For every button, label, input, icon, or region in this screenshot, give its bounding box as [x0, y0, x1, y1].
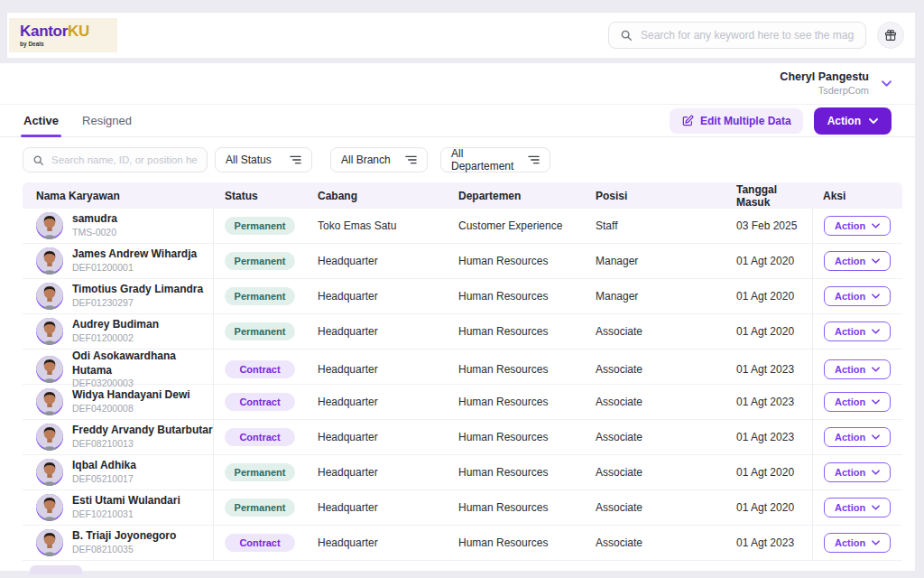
row-action-cell: Action [812, 526, 902, 560]
employee-name: Widya Handayani Dewi [72, 388, 190, 403]
employee-name: Timotius Grady Limandra [72, 283, 203, 297]
row-action-button[interactable]: Action [824, 533, 891, 553]
row-action-button[interactable]: Action [824, 251, 891, 271]
status-badge: Permanent [225, 287, 295, 305]
chevron-down-icon[interactable] [882, 80, 892, 87]
filter-all-branch[interactable]: All Branch [330, 147, 428, 172]
row-action-cell: Action [812, 209, 902, 243]
filter-all-status[interactable]: All Status [215, 147, 312, 172]
filter-all-departement-label: All Departement [451, 147, 528, 172]
position-cell: Associate [585, 431, 725, 443]
status-badge: Permanent [225, 499, 295, 517]
employee-name-id: Esti Utami Wulandari DEF10210031 [72, 494, 180, 520]
department-cell: Human Resources [448, 501, 585, 514]
branch-cell: Headquarter [307, 466, 448, 479]
avatar [36, 283, 63, 310]
employee-search-input[interactable] [51, 154, 198, 165]
table-header: Nama Karyawan Status Cabang Departemen P… [23, 182, 902, 209]
employee-id: DEF01200001 [72, 262, 197, 275]
chevron-down-icon [869, 118, 878, 124]
join-date-cell: 03 Feb 2025 [725, 219, 812, 232]
status-badge: Contract [225, 534, 295, 552]
employee-name: Odi Asokawardhana Hutama [72, 350, 213, 378]
branch-cell: Headquarter [307, 325, 448, 338]
column-header-nama-karyawan: Nama Karyawan [23, 190, 214, 202]
table-row: Widya Handayani Dewi DEF04200008 Contrac… [23, 385, 902, 420]
tab-resigned[interactable]: Resigned [82, 105, 132, 136]
row-action-button[interactable]: Action [824, 286, 891, 306]
profile-name: Cheryl Pangestu [780, 70, 869, 84]
row-action-button[interactable]: Action [824, 322, 891, 341]
brand-name-primary: Kantor [20, 23, 68, 40]
edit-multiple-data-button[interactable]: Edit Multiple Data [670, 108, 803, 134]
column-header-aksi: Aksi [812, 190, 902, 202]
employee-name-cell: Iqbal Adhika DEF05210017 [23, 455, 214, 489]
department-cell: Customer Experience [448, 219, 585, 232]
column-header-status: Status [214, 190, 307, 202]
gift-icon [883, 28, 898, 42]
employee-id: DEF10210031 [72, 508, 180, 521]
rewards-button[interactable] [877, 22, 904, 49]
column-header-cabang: Cabang [307, 190, 448, 202]
tab-resigned-label: Resigned [82, 114, 132, 127]
branch-cell: Headquarter [307, 536, 448, 549]
app-window: KantorKU by Deals Cheryl Pangestu Tsderp… [0, 0, 924, 578]
employee-name-id: samudra TMS-0020 [72, 212, 117, 238]
profile-menu[interactable]: Cheryl Pangestu TsderpCom [780, 70, 869, 98]
filter-lines-icon [290, 155, 301, 164]
row-action-label: Action [835, 220, 865, 231]
column-header-tanggal-masuk: Tanggal Masuk [725, 183, 812, 209]
chevron-down-icon [872, 505, 880, 510]
position-cell: Associate [585, 466, 725, 479]
row-action-cell: Action [812, 314, 902, 349]
row-action-button[interactable]: Action [824, 216, 891, 236]
tab-active[interactable]: Active [23, 105, 59, 136]
global-search-input[interactable] [641, 29, 855, 42]
join-date-cell: 01 Agt 2023 [725, 363, 812, 376]
row-action-label: Action [835, 432, 865, 443]
status-cell: Permanent [214, 322, 307, 340]
filters-bar: All Status All Branch All Departement [0, 137, 915, 182]
branch-cell: Headquarter [307, 363, 448, 376]
filter-lines-icon [528, 155, 540, 164]
table-row: B. Triaji Joyonegoro DEF08210035 Contrac… [23, 526, 902, 561]
table-row: Freddy Arvandy Butarbutar DEF08210013 Co… [23, 420, 902, 455]
chevron-down-icon [872, 294, 880, 299]
row-action-button[interactable]: Action [824, 498, 891, 517]
tabs-bar: Active Resigned Edit Multiple Data Actio… [0, 105, 915, 137]
status-cell: Contract [214, 393, 307, 411]
join-date-cell: 01 Agt 2023 [725, 536, 812, 549]
employee-name-cell: Timotius Grady Limandra DEF01230297 [23, 279, 214, 313]
row-action-button[interactable]: Action [824, 427, 891, 447]
join-date-cell: 01 Agt 2020 [725, 501, 812, 514]
employee-id: TMS-0020 [72, 227, 117, 239]
filter-all-departement[interactable]: All Departement [440, 147, 550, 172]
action-dropdown-button[interactable]: Action [814, 107, 892, 135]
table-row: Esti Utami Wulandari DEF10210031 Permane… [23, 490, 902, 526]
main-panel: Cheryl Pangestu TsderpCom Active Resigne… [0, 63, 915, 571]
row-action-button[interactable]: Action [824, 392, 891, 412]
row-action-button[interactable]: Action [824, 462, 891, 482]
status-badge: Permanent [225, 322, 295, 340]
chevron-down-icon [872, 540, 880, 545]
avatar [36, 247, 63, 275]
avatar [36, 356, 63, 383]
employee-id: DEF01230297 [72, 297, 203, 310]
status-cell: Contract [214, 360, 307, 378]
edit-pencil-icon [681, 115, 694, 127]
branch-cell: Headquarter [307, 396, 448, 408]
employee-id: DEF01200002 [72, 332, 159, 345]
position-cell: Staff [585, 219, 725, 232]
search-icon [620, 29, 633, 42]
department-cell: Human Resources [448, 363, 585, 376]
row-action-cell: Action [812, 455, 902, 489]
row-action-label: Action [835, 396, 865, 407]
join-date-cell: 01 Agt 2020 [725, 255, 812, 267]
employee-name-id: Widya Handayani Dewi DEF04200008 [72, 388, 190, 415]
status-badge: Contract [225, 393, 295, 411]
row-action-button[interactable]: Action [824, 359, 891, 379]
brand-logo[interactable]: KantorKU by Deals [9, 18, 117, 52]
join-date-cell: 01 Agt 2020 [725, 466, 812, 479]
employee-name-id: Freddy Arvandy Butarbutar DEF08210013 [72, 424, 213, 450]
row-action-label: Action [835, 326, 865, 337]
